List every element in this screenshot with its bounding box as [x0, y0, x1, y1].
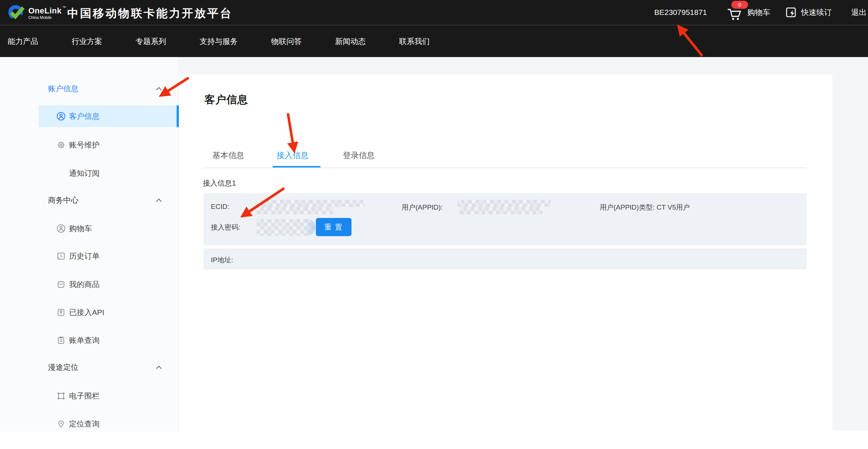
section-label: 账户信息: [48, 84, 79, 94]
bag-icon: [56, 280, 66, 289]
person-circle-icon: [56, 224, 66, 233]
cart-label: 购物车: [747, 0, 770, 25]
sidebar-item-label: 账单查询: [69, 335, 100, 345]
sidebar-item-my-products[interactable]: 我的商品: [0, 274, 179, 295]
sidebar-item-label: 客户信息: [69, 111, 100, 121]
sidebar: 账户信息 客户信息: [0, 57, 179, 432]
sidebar-item-connected-api[interactable]: 已接入API: [0, 302, 179, 323]
sidebar-item-label: 通知订阅: [69, 168, 100, 178]
access-info-section-label: 接入信息1: [203, 178, 236, 188]
quick-renew-icon: [786, 7, 798, 20]
cart-count-badge: 0: [731, 1, 748, 9]
nav-item-special-series[interactable]: 专题系列: [136, 25, 166, 57]
tab-basic-info[interactable]: 基本信息: [212, 150, 244, 161]
nav-item-industry-solutions[interactable]: 行业方案: [72, 25, 102, 57]
sidebar-item-bill-inquiry[interactable]: 账单查询: [0, 329, 179, 351]
ecid-value-redacted: [262, 200, 365, 207]
fence-icon: [56, 391, 66, 401]
sidebar-section-account-info[interactable]: 账户信息: [0, 78, 179, 100]
cart-icon: [727, 8, 743, 23]
site-title: 中国移动物联卡能力开放平台: [67, 6, 233, 21]
sidebar-section-business-center[interactable]: 商务中心: [0, 189, 179, 211]
ip-address-label: IP地址:: [211, 255, 233, 265]
nav-item-iot-qa[interactable]: 物联问答: [271, 25, 302, 57]
access-password-redacted: [257, 219, 316, 236]
tab-login-info[interactable]: 登录信息: [343, 150, 375, 161]
appid-type-label: 用户(APPID)类型:: [600, 203, 655, 211]
page: OneLink ™ China Mobile 中国移动物联卡能力开放平台 BE2…: [0, 0, 868, 449]
access-password-label: 接入密码:: [211, 223, 240, 232]
quick-renew-label: 快速续订: [801, 0, 832, 25]
api-icon: [56, 308, 66, 317]
sidebar-item-order-history[interactable]: 历史订单: [0, 245, 179, 267]
sidebar-item-label: 账号维护: [69, 140, 100, 150]
appid-type: 用户(APPID)类型: CT V5用户: [600, 203, 690, 212]
nav-item-news[interactable]: 新闻动态: [335, 25, 366, 57]
reset-password-button[interactable]: 重 置: [316, 218, 351, 236]
account-id[interactable]: BE2307951871: [654, 0, 707, 25]
nav-list: 能力产品 行业方案 专题系列 支持与服务 物联问答 新闻动态 联系我们: [8, 25, 463, 57]
onelink-logo-icon: [7, 3, 26, 24]
gear-icon: [56, 140, 66, 150]
nav-item-products[interactable]: 能力产品: [8, 25, 38, 57]
brand-name: OneLink: [28, 7, 62, 15]
history-order-icon: [56, 251, 66, 261]
appid-type-value: CT V5用户: [656, 203, 690, 211]
ip-address-panel: IP地址:: [204, 248, 807, 270]
appid-value-redacted: [457, 200, 551, 207]
section-label: 商务中心: [48, 195, 79, 205]
content-top-band: [179, 57, 868, 74]
nav-item-support-service[interactable]: 支持与服务: [200, 25, 238, 57]
appid-label: 用户(APPID):: [402, 203, 443, 212]
section-label: 漫途定位: [48, 362, 79, 372]
sidebar-item-customer-info[interactable]: 客户信息: [39, 105, 179, 127]
content-right-band: [832, 74, 868, 430]
main-nav: 能力产品 行业方案 专题系列 支持与服务 物联问答 新闻动态 联系我们: [0, 25, 868, 57]
chevron-up-icon: [156, 86, 162, 92]
page-title: 客户信息: [205, 93, 248, 107]
sidebar-item-label: 已接入API: [69, 307, 104, 317]
sidebar-item-label: 购物车: [69, 223, 92, 234]
main-content: 客户信息 基本信息 接入信息 登录信息 接入信息1 ECID: 用户(APPID…: [179, 74, 832, 430]
top-bar: OneLink ™ China Mobile 中国移动物联卡能力开放平台 BE2…: [0, 0, 868, 25]
sidebar-section-mantu-location[interactable]: 漫途定位: [0, 356, 179, 378]
bill-icon: [56, 336, 66, 345]
brand-text: OneLink ™ China Mobile: [28, 7, 66, 20]
sidebar-item-cart[interactable]: 购物车: [0, 218, 179, 239]
sidebar-item-label: 电子围栏: [69, 391, 100, 401]
nav-item-contact-us[interactable]: 联系我们: [399, 25, 430, 57]
tab-access-info[interactable]: 接入信息: [277, 150, 309, 161]
sidebar-item-label: 我的商品: [69, 279, 100, 290]
sidebar-item-label: 定位查询: [69, 419, 100, 429]
access-info-panel: ECID: 用户(APPID): 用户(APPID)类型: CT V5用户 接入…: [204, 193, 807, 245]
ecid-value-redacted: [257, 207, 333, 214]
onelink-logo[interactable]: OneLink ™ China Mobile: [7, 3, 66, 24]
chevron-up-icon: [156, 197, 162, 204]
sidebar-item-account-maintenance[interactable]: 账号维护: [0, 134, 179, 156]
person-circle-icon: [56, 112, 66, 121]
topbar-cart-button[interactable]: 0 购物车: [726, 0, 781, 25]
logout-button[interactable]: 退出: [851, 0, 867, 25]
sidebar-item-electronic-fence[interactable]: 电子围栏: [0, 385, 179, 407]
sidebar-item-location-query[interactable]: 定位查询: [0, 413, 179, 435]
pin-icon: [56, 419, 66, 429]
chevron-up-icon: [156, 364, 162, 371]
trademark-symbol: ™: [63, 6, 66, 10]
sidebar-item-label: 历史订单: [69, 251, 100, 261]
appid-value-redacted: [460, 207, 543, 214]
brand-subtitle: China Mobile: [28, 16, 66, 20]
quick-renew-button[interactable]: 快速续订: [786, 0, 844, 25]
sidebar-item-notification-subscription[interactable]: 通知订阅: [0, 162, 179, 184]
tab-divider: [202, 167, 807, 168]
ecid-label: ECID:: [211, 203, 229, 211]
